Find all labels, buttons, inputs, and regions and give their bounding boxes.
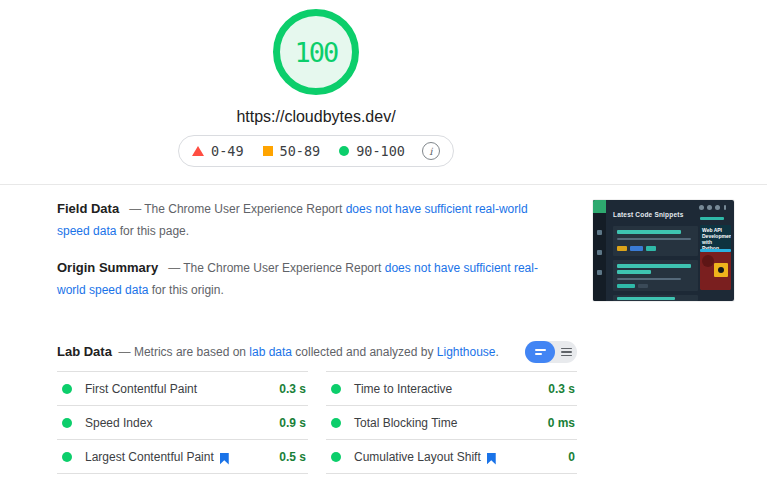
pass-dot-icon bbox=[331, 384, 341, 394]
thumb-post-card bbox=[613, 226, 698, 256]
field-data-text-after: for this page. bbox=[116, 224, 189, 238]
square-icon bbox=[263, 146, 273, 156]
thumb-post-title-bar bbox=[617, 297, 675, 300]
pass-dot-icon bbox=[331, 452, 341, 462]
thumb-post-title-bar bbox=[617, 230, 681, 234]
lighthouse-link[interactable]: Lighthouse bbox=[437, 345, 496, 359]
metric-value: 0.3 s bbox=[548, 382, 575, 396]
thumb-heading: Latest Code Snippets bbox=[613, 211, 683, 218]
thumb-post-title-bar bbox=[617, 264, 691, 268]
tested-url: https://cloudbytes.dev/ bbox=[236, 108, 395, 126]
metric-label: Total Blocking Time bbox=[354, 416, 457, 430]
thumb-nav-icon bbox=[597, 230, 602, 235]
field-data-title: Field Data bbox=[57, 201, 119, 216]
field-data-text: The Chrome User Experience Report bbox=[144, 202, 345, 216]
metric-row-speed-index: Speed Index 0.9 s bbox=[57, 406, 308, 440]
lab-data-text-middle: collected and analyzed by bbox=[292, 345, 437, 359]
report-body: Field Data — The Chrome User Experience … bbox=[57, 198, 577, 474]
list-lines-icon bbox=[561, 351, 572, 353]
legend-pass: 90-100 bbox=[339, 143, 405, 159]
metric-row-fcp: First Contentful Paint 0.3 s bbox=[57, 372, 308, 406]
metric-row-lcp: Largest Contentful Paint 0.5 s bbox=[57, 440, 308, 474]
thumb-post-subtext-bar bbox=[617, 278, 681, 280]
field-data-section: Field Data — The Chrome User Experience … bbox=[57, 198, 560, 242]
legend-average-label: 50-89 bbox=[280, 143, 321, 159]
thumb-search-icon bbox=[699, 205, 704, 210]
thumb-menu-dots-icon bbox=[724, 205, 726, 210]
thumb-featured-caption-bar bbox=[700, 217, 724, 220]
list-view-button[interactable] bbox=[555, 341, 577, 363]
metric-row-tbt: Total Blocking Time 0 ms bbox=[326, 406, 577, 440]
metrics-view-button[interactable] bbox=[525, 341, 555, 363]
lab-data-text-block: Lab Data — Metrics are based on lab data… bbox=[57, 341, 499, 363]
view-toggle bbox=[525, 341, 577, 363]
legend-average: 50-89 bbox=[263, 143, 321, 159]
metric-value: 0 ms bbox=[548, 416, 575, 430]
lab-data-link[interactable]: lab data bbox=[249, 345, 292, 359]
origin-summary-text: The Chrome User Experience Report bbox=[183, 261, 384, 275]
metric-row-cls: Cumulative Layout Shift 0 bbox=[326, 440, 577, 474]
thumb-tag-chip bbox=[638, 284, 648, 288]
pass-dot-icon bbox=[62, 384, 72, 394]
thumb-tag-chip bbox=[617, 284, 635, 288]
thumb-post-card bbox=[613, 295, 698, 301]
pass-dot-icon bbox=[62, 452, 72, 462]
thumb-book-cover-dot bbox=[718, 267, 724, 273]
metric-label: Cumulative Layout Shift bbox=[354, 450, 481, 464]
thumb-featured-book: Web API Development with Python bbox=[700, 225, 731, 290]
thumb-theme-icon bbox=[715, 205, 720, 210]
pass-dot-icon bbox=[331, 418, 341, 428]
chart-lines-icon bbox=[535, 353, 542, 355]
thumb-post-subtext-bar bbox=[617, 238, 691, 240]
thumb-nav-icon bbox=[597, 250, 602, 255]
info-icon[interactable]: i bbox=[422, 142, 440, 160]
lab-data-title: Lab Data bbox=[57, 344, 112, 359]
lab-metrics-table: First Contentful Paint 0.3 s Speed Index… bbox=[57, 371, 577, 474]
header-divider bbox=[0, 184, 767, 185]
metrics-column-right: Time to Interactive 0.3 s Total Blocking… bbox=[326, 371, 577, 474]
chart-lines-icon bbox=[535, 349, 546, 351]
metric-label: Largest Contentful Paint bbox=[85, 450, 214, 464]
thumb-tag-chip bbox=[646, 246, 656, 251]
metric-label: First Contentful Paint bbox=[85, 382, 197, 396]
legend-fail: 0-49 bbox=[192, 143, 244, 159]
origin-summary-text-after: for this origin. bbox=[148, 283, 223, 297]
metric-label: Speed Index bbox=[85, 416, 152, 430]
circle-icon bbox=[339, 146, 349, 156]
score-header: 100 https://cloudbytes.dev/ 0-49 50-89 9… bbox=[0, 0, 632, 167]
metric-value: 0 bbox=[568, 450, 575, 464]
thumb-tag-chip bbox=[630, 246, 643, 251]
list-lines-icon bbox=[561, 348, 572, 350]
performance-score-gauge: 100 bbox=[273, 9, 359, 95]
legend-pass-label: 90-100 bbox=[356, 143, 405, 159]
metric-label: Time to Interactive bbox=[354, 382, 452, 396]
bookmark-icon bbox=[487, 453, 496, 465]
bookmark-icon bbox=[220, 453, 229, 465]
thumb-book-title: Web API Development with Python bbox=[702, 227, 729, 251]
metric-value: 0.5 s bbox=[279, 450, 306, 464]
dash: — bbox=[129, 202, 141, 216]
dash: — bbox=[168, 261, 180, 275]
legend-fail-label: 0-49 bbox=[211, 143, 244, 159]
score-legend: 0-49 50-89 90-100 i bbox=[178, 135, 454, 167]
metric-value: 0.9 s bbox=[279, 416, 306, 430]
metrics-column-left: First Contentful Paint 0.3 s Speed Index… bbox=[57, 371, 308, 474]
thumb-site-logo bbox=[593, 200, 606, 213]
pass-dot-icon bbox=[62, 418, 72, 428]
lab-data-text: Metrics are based on bbox=[134, 345, 249, 359]
thumb-post-card bbox=[613, 260, 698, 291]
metric-row-tti: Time to Interactive 0.3 s bbox=[326, 372, 577, 406]
dash: — bbox=[119, 345, 131, 359]
performance-score-value: 100 bbox=[295, 37, 338, 68]
pagespeed-report: 100 https://cloudbytes.dev/ 0-49 50-89 9… bbox=[0, 0, 767, 480]
lab-data-section: Lab Data — Metrics are based on lab data… bbox=[57, 340, 577, 364]
metric-value: 0.3 s bbox=[279, 382, 306, 396]
list-lines-icon bbox=[561, 355, 572, 357]
lab-data-text-after: . bbox=[496, 345, 499, 359]
thumb-tag-chip bbox=[617, 246, 627, 251]
origin-summary-title: Origin Summary bbox=[57, 260, 158, 275]
origin-summary-section: Origin Summary — The Chrome User Experie… bbox=[57, 257, 560, 301]
thumb-nav-icon bbox=[597, 270, 602, 275]
triangle-icon bbox=[192, 146, 204, 156]
thumb-book-cover-circle bbox=[702, 255, 714, 267]
